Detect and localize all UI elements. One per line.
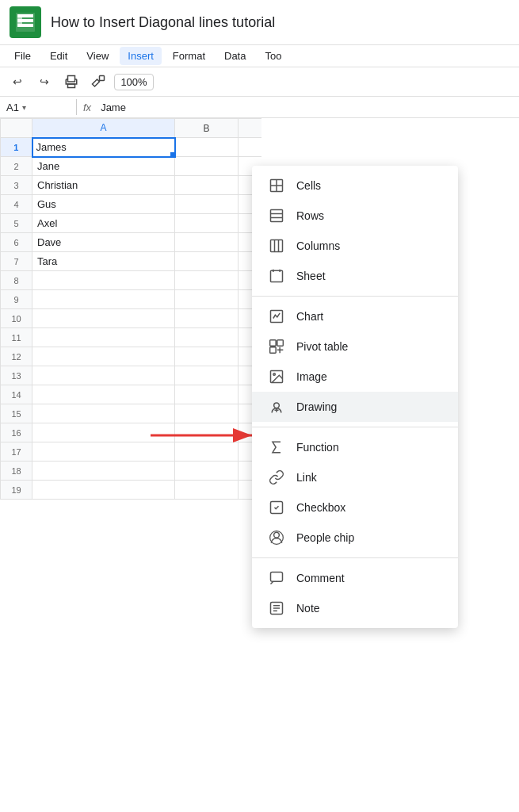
cell-a11[interactable] bbox=[32, 328, 175, 347]
table-row[interactable]: 13 bbox=[1, 366, 262, 385]
app-header: How to Insert Diagonal lines tutorial bbox=[0, 0, 519, 45]
row-number: 7 bbox=[1, 252, 32, 271]
fx-label: fx bbox=[83, 102, 91, 113]
cell-b19[interactable] bbox=[175, 481, 239, 500]
menu-item-image[interactable]: Image bbox=[252, 362, 458, 392]
table-row[interactable]: 15 bbox=[1, 404, 262, 423]
cell-b6[interactable] bbox=[175, 233, 239, 252]
col-header-b[interactable]: B bbox=[175, 119, 239, 138]
table-row[interactable]: 7Tara bbox=[1, 252, 262, 271]
menu-item-columns[interactable]: Columns bbox=[252, 231, 458, 261]
menu-item-people-chip[interactable]: People chip bbox=[252, 523, 458, 553]
table-row[interactable]: 5Axel bbox=[1, 214, 262, 233]
table-row[interactable]: 16 bbox=[1, 423, 262, 442]
menu-item-link[interactable]: Link bbox=[252, 462, 458, 492]
cell-b17[interactable] bbox=[175, 442, 239, 462]
col-header-c[interactable]: C bbox=[239, 119, 262, 138]
checkbox-icon bbox=[268, 499, 285, 516]
table-row[interactable]: 4Gus bbox=[1, 195, 262, 214]
cell-b13[interactable] bbox=[175, 366, 239, 385]
table-row[interactable]: 8 bbox=[1, 271, 262, 290]
cell-b5[interactable] bbox=[175, 214, 239, 233]
table-row[interactable]: 6Dave bbox=[1, 233, 262, 252]
undo-button[interactable]: ↩ bbox=[6, 71, 29, 93]
table-row[interactable]: 9 bbox=[1, 290, 262, 309]
cell-a14[interactable] bbox=[32, 385, 175, 404]
table-row[interactable]: 14 bbox=[1, 385, 262, 404]
menu-item-function[interactable]: Function bbox=[252, 432, 458, 462]
cell-a12[interactable] bbox=[32, 347, 175, 366]
cell-a9[interactable] bbox=[32, 290, 175, 309]
menu-item-drawing[interactable]: Drawing bbox=[252, 392, 458, 422]
formula-input[interactable]: Jame bbox=[97, 100, 513, 115]
cell-b9[interactable] bbox=[175, 290, 239, 309]
function-label: Function bbox=[296, 441, 339, 454]
cell-b1[interactable] bbox=[175, 138, 239, 157]
row-number: 11 bbox=[1, 328, 32, 347]
grid-table: A B C 1James2Jane3Christian4Gus5Axel6Dav… bbox=[0, 118, 261, 500]
menu-edit[interactable]: Edit bbox=[42, 47, 75, 65]
table-row[interactable]: 17 bbox=[1, 442, 262, 462]
cell-a19[interactable] bbox=[32, 481, 175, 500]
menu-tools[interactable]: Too bbox=[257, 47, 289, 65]
cell-b3[interactable] bbox=[175, 176, 239, 195]
menu-view[interactable]: View bbox=[78, 47, 116, 65]
col-header-a[interactable]: A bbox=[32, 119, 175, 138]
print-button[interactable] bbox=[60, 71, 82, 93]
cell-b8[interactable] bbox=[175, 271, 239, 290]
table-row[interactable]: 12 bbox=[1, 347, 262, 366]
menu-item-pivot[interactable]: Pivot table bbox=[252, 331, 458, 362]
cell-a3[interactable]: Christian bbox=[32, 176, 175, 195]
menu-insert[interactable]: Insert bbox=[120, 47, 162, 65]
cell-b11[interactable] bbox=[175, 328, 239, 347]
cell-a13[interactable] bbox=[32, 366, 175, 385]
table-row[interactable]: 18 bbox=[1, 462, 262, 481]
table-row[interactable]: 11 bbox=[1, 328, 262, 347]
cell-a4[interactable]: Gus bbox=[32, 195, 175, 214]
cell-a7[interactable]: Tara bbox=[32, 252, 175, 271]
column-headers: A B C bbox=[1, 119, 262, 138]
cell-a10[interactable] bbox=[32, 309, 175, 328]
cell-b14[interactable] bbox=[175, 385, 239, 404]
cell-a15[interactable] bbox=[32, 404, 175, 423]
menu-format[interactable]: Format bbox=[165, 47, 213, 65]
image-label: Image bbox=[296, 370, 327, 383]
cell-b12[interactable] bbox=[175, 347, 239, 366]
cell-c1[interactable] bbox=[239, 138, 262, 157]
cell-a6[interactable]: Dave bbox=[32, 233, 175, 252]
menu-data[interactable]: Data bbox=[216, 47, 254, 65]
cell-a16[interactable] bbox=[32, 423, 175, 442]
cell-a5[interactable]: Axel bbox=[32, 214, 175, 233]
table-row[interactable]: 19 bbox=[1, 481, 262, 500]
table-row[interactable]: 2Jane bbox=[1, 157, 262, 176]
menu-item-checkbox[interactable]: Checkbox bbox=[252, 492, 458, 523]
cell-a2[interactable]: Jane bbox=[32, 157, 175, 176]
formula-divider bbox=[76, 99, 77, 115]
zoom-selector[interactable]: 100% bbox=[114, 74, 154, 90]
menu-item-note[interactable]: Note bbox=[252, 593, 458, 623]
cell-b10[interactable] bbox=[175, 309, 239, 328]
cell-b2[interactable] bbox=[175, 157, 239, 176]
cell-reference[interactable]: A1 ▾ bbox=[6, 102, 70, 113]
cell-a8[interactable] bbox=[32, 271, 175, 290]
menu-item-cells[interactable]: Cells bbox=[252, 170, 458, 201]
cell-a1[interactable]: James bbox=[32, 138, 175, 157]
cell-b16[interactable] bbox=[175, 423, 239, 442]
menu-file[interactable]: File bbox=[6, 47, 39, 65]
menu-item-chart[interactable]: Chart bbox=[252, 301, 458, 331]
image-icon bbox=[268, 368, 285, 385]
menu-item-sheet[interactable]: Sheet bbox=[252, 261, 458, 291]
cell-b7[interactable] bbox=[175, 252, 239, 271]
cell-a17[interactable] bbox=[32, 442, 175, 462]
menu-item-comment[interactable]: Comment bbox=[252, 563, 458, 593]
cell-b4[interactable] bbox=[175, 195, 239, 214]
table-row[interactable]: 10 bbox=[1, 309, 262, 328]
paint-format-button[interactable] bbox=[87, 71, 109, 93]
cell-b15[interactable] bbox=[175, 404, 239, 423]
table-row[interactable]: 3Christian bbox=[1, 176, 262, 195]
menu-item-rows[interactable]: Rows bbox=[252, 201, 458, 231]
table-row[interactable]: 1James bbox=[1, 138, 262, 157]
redo-button[interactable]: ↪ bbox=[33, 71, 55, 93]
cell-b18[interactable] bbox=[175, 462, 239, 481]
cell-a18[interactable] bbox=[32, 462, 175, 481]
